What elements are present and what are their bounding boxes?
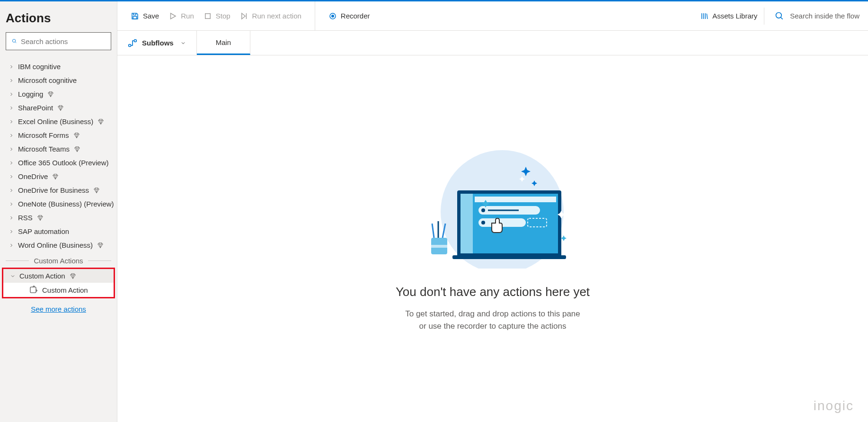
- tree-item[interactable]: OneDrive for Business: [0, 183, 117, 197]
- tree-item-label: IBM cognitive: [18, 63, 61, 71]
- custom-actions-section: Custom Actions: [0, 252, 117, 268]
- svg-line-21: [432, 224, 434, 238]
- custom-action-child[interactable]: Custom Action: [3, 283, 114, 297]
- tree-item-label: SharePoint: [18, 104, 53, 112]
- search-icon: [12, 36, 17, 46]
- svg-rect-27: [452, 255, 566, 259]
- tree-item[interactable]: Microsoft cognitive: [0, 73, 117, 87]
- tree-item[interactable]: OneNote (Business) (Preview): [0, 197, 117, 211]
- step-icon: [240, 12, 248, 20]
- empty-illustration: [412, 145, 573, 270]
- tree-item-label: Word Online (Business): [18, 241, 93, 249]
- subflows-label: Subflows: [142, 39, 174, 47]
- search-flow-placeholder: Search inside the flow: [790, 12, 859, 20]
- tree-item[interactable]: SAP automation: [0, 224, 117, 238]
- watermark-logo: inogic: [814, 398, 854, 413]
- svg-point-33: [481, 221, 485, 224]
- search-icon: [775, 11, 784, 21]
- tree-item[interactable]: Microsoft Teams: [0, 142, 117, 156]
- custom-action-child-label: Custom Action: [42, 286, 88, 294]
- tree-item-custom-action[interactable]: Custom Action: [3, 269, 114, 283]
- search-flow-box[interactable]: Search inside the flow: [766, 11, 868, 21]
- svg-point-16: [129, 44, 131, 46]
- tree-item-label: Excel Online (Business): [18, 117, 93, 126]
- sidebar-title: Actions: [0, 1, 117, 32]
- run-next-label: Run next action: [252, 12, 301, 20]
- svg-marker-6: [241, 13, 245, 19]
- tree-item-label: SAP automation: [18, 227, 69, 235]
- run-button[interactable]: Run: [164, 9, 199, 23]
- subflows-dropdown[interactable]: Subflows: [117, 31, 197, 55]
- save-button[interactable]: Save: [126, 9, 164, 23]
- tree-item[interactable]: Word Online (Business): [0, 238, 117, 252]
- subflows-icon: [128, 38, 137, 48]
- tree-item-label: Custom Action: [19, 272, 65, 280]
- flow-canvas[interactable]: You don't have any actions here yet To g…: [117, 55, 868, 422]
- svg-rect-26: [461, 194, 473, 253]
- svg-rect-20: [431, 245, 447, 248]
- svg-marker-40: [561, 235, 567, 241]
- actions-tree: IBM cognitiveMicrosoft cognitiveLoggingS…: [0, 58, 117, 422]
- stop-button[interactable]: Stop: [199, 9, 235, 23]
- see-more-link[interactable]: See more actions: [31, 305, 86, 313]
- tree-item[interactable]: RSS: [0, 211, 117, 224]
- stop-icon: [204, 12, 212, 20]
- svg-rect-3: [133, 16, 137, 18]
- run-label: Run: [181, 12, 194, 20]
- main-area: Save Run Stop Run next action: [117, 1, 868, 422]
- empty-state-subtitle: To get started, drag and drop actions to…: [405, 308, 580, 332]
- library-icon: [700, 12, 709, 20]
- svg-rect-2: [30, 287, 36, 293]
- recorder-button[interactable]: Recorder: [324, 9, 375, 23]
- search-actions-input[interactable]: [21, 33, 111, 50]
- svg-rect-28: [475, 197, 556, 202]
- assets-library-label: Assets Library: [712, 12, 757, 20]
- tree-item[interactable]: SharePoint: [0, 101, 117, 115]
- svg-point-17: [134, 39, 136, 42]
- recorder-label: Recorder: [341, 12, 370, 20]
- svg-line-1: [15, 42, 16, 43]
- empty-state-title: You don't have any actions here yet: [396, 285, 590, 299]
- tree-item[interactable]: OneDrive: [0, 170, 117, 183]
- tree-item[interactable]: Excel Online (Business): [0, 115, 117, 128]
- tree-item-label: Logging: [18, 90, 43, 98]
- run-next-button[interactable]: Run next action: [235, 9, 306, 23]
- svg-point-9: [331, 15, 334, 18]
- tree-item-label: RSS: [18, 214, 33, 222]
- tree-item[interactable]: Office 365 Outlook (Preview): [0, 156, 117, 170]
- puzzle-icon: [29, 286, 37, 294]
- tree-item-label: OneNote (Business) (Preview): [18, 200, 114, 208]
- toolbar-separator: [764, 8, 764, 25]
- svg-rect-5: [205, 13, 210, 18]
- record-icon: [328, 12, 337, 20]
- tree-item-label: Microsoft Teams: [18, 145, 70, 153]
- tree-item-label: OneDrive for Business: [18, 186, 89, 194]
- tree-item-label: Microsoft cognitive: [18, 76, 77, 84]
- custom-action-highlight: Custom ActionCustom Action: [2, 268, 115, 298]
- save-label: Save: [143, 12, 159, 20]
- svg-point-14: [776, 12, 782, 18]
- search-actions-box[interactable]: [6, 32, 111, 50]
- save-icon: [131, 12, 139, 20]
- svg-point-0: [12, 39, 15, 42]
- play-icon: [168, 12, 177, 20]
- tab-main[interactable]: Main: [197, 31, 251, 55]
- tree-item-label: Office 365 Outlook (Preview): [18, 159, 108, 167]
- tab-main-label: Main: [216, 38, 231, 46]
- see-more-actions: See more actions: [0, 300, 117, 318]
- stop-label: Stop: [216, 12, 230, 20]
- tree-item[interactable]: IBM cognitive: [0, 60, 117, 73]
- actions-sidebar: Actions IBM cognitiveMicrosoft cognitive…: [0, 1, 117, 422]
- assets-library-button[interactable]: Assets Library: [695, 9, 762, 23]
- svg-point-30: [481, 208, 485, 212]
- tree-item-label: OneDrive: [18, 172, 48, 180]
- toolbar: Save Run Stop Run next action: [117, 1, 868, 31]
- svg-marker-4: [171, 13, 176, 19]
- tree-item-label: Microsoft Forms: [18, 131, 69, 139]
- svg-line-13: [707, 13, 708, 18]
- svg-line-15: [781, 17, 783, 19]
- tree-item[interactable]: Logging: [0, 87, 117, 101]
- tabs-row: Subflows Main: [117, 31, 868, 55]
- chevron-down-icon: [180, 40, 186, 46]
- tree-item[interactable]: Microsoft Forms: [0, 128, 117, 142]
